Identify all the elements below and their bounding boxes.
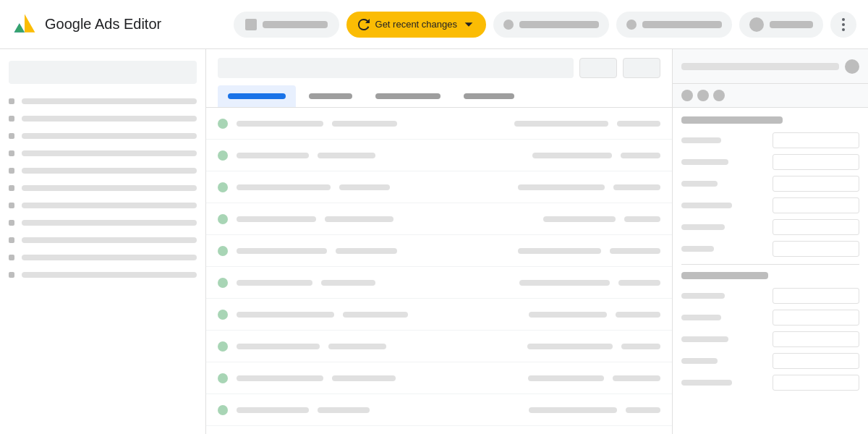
sidebar-item[interactable] — [0, 249, 205, 266]
row-col-type — [332, 121, 397, 127]
sidebar-item[interactable] — [0, 93, 205, 110]
rp-field — [681, 288, 859, 304]
table-row[interactable] — [206, 140, 672, 171]
main-content — [0, 49, 868, 434]
sidebar-item[interactable] — [0, 214, 205, 231]
header-controls: Get recent changes — [234, 12, 856, 38]
rp-section1-title — [681, 116, 783, 124]
user-menu[interactable] — [739, 12, 823, 38]
status-dot — [218, 310, 228, 320]
rp-field-label — [681, 159, 728, 165]
table-row[interactable] — [206, 203, 672, 235]
row-col-value — [610, 248, 660, 254]
table-row[interactable] — [206, 299, 672, 331]
sidebar-item-label — [22, 255, 197, 260]
row-col-value — [613, 375, 660, 381]
row-col-name — [237, 216, 316, 222]
rp-field — [681, 375, 859, 391]
rp-field-input[interactable] — [773, 219, 859, 235]
campaign-text — [519, 21, 599, 28]
close-panel-button[interactable] — [845, 59, 859, 74]
center-title-bar — [218, 58, 574, 78]
rp-field-input[interactable] — [773, 154, 859, 170]
sidebar-item-label — [22, 272, 197, 278]
table-row[interactable] — [206, 235, 672, 267]
rp-field-input[interactable] — [773, 132, 859, 148]
rp-icon-2[interactable] — [697, 90, 709, 101]
rp-field-label — [681, 224, 725, 230]
sidebar-item[interactable] — [0, 162, 205, 179]
campaign-selector[interactable] — [493, 12, 609, 38]
row-col-value — [613, 184, 660, 190]
sidebar-item-icon — [9, 237, 14, 243]
rp-field-input[interactable] — [773, 310, 859, 326]
row-col-value — [617, 121, 660, 127]
table-row[interactable] — [206, 394, 672, 426]
user-name-text — [770, 21, 813, 28]
right-panel — [673, 49, 868, 434]
sidebar-item-label — [22, 98, 197, 104]
table-row[interactable] — [206, 171, 672, 203]
sidebar-item[interactable] — [0, 197, 205, 214]
rp-field-label — [681, 181, 718, 187]
account-selector[interactable] — [234, 12, 339, 38]
row-col-name — [237, 153, 309, 158]
sidebar-item[interactable] — [0, 127, 205, 145]
rp-field — [681, 310, 859, 326]
avatar — [749, 17, 764, 32]
sidebar-item[interactable] — [0, 145, 205, 162]
table-row[interactable] — [206, 362, 672, 394]
tab-label — [309, 93, 352, 99]
rp-field-label — [681, 137, 721, 143]
rp-field-input[interactable] — [773, 288, 859, 304]
row-col-name — [237, 407, 309, 413]
refresh-icon — [358, 19, 370, 30]
rp-field-label — [681, 380, 732, 386]
sidebar-item[interactable] — [0, 110, 205, 127]
rp-field-label — [681, 315, 721, 320]
tab-item[interactable] — [218, 85, 296, 107]
table-row[interactable] — [206, 331, 672, 362]
row-col-type — [328, 344, 386, 349]
settings-selector[interactable] — [616, 12, 732, 38]
row-col-value — [624, 216, 660, 222]
row-col-status — [527, 344, 613, 349]
table-row[interactable] — [206, 267, 672, 299]
sidebar-item-icon — [9, 272, 14, 278]
edit-button[interactable] — [579, 58, 617, 78]
row-col-type — [332, 375, 396, 381]
center-tabs — [218, 85, 660, 107]
row-col-status — [543, 216, 616, 222]
rp-field-input[interactable] — [773, 375, 859, 391]
tab-item[interactable] — [365, 85, 451, 107]
get-recent-label: Get recent changes — [375, 19, 457, 30]
status-dot — [218, 278, 228, 288]
rp-field — [681, 197, 859, 213]
rp-icon-1[interactable] — [681, 90, 693, 101]
tab-item[interactable] — [454, 85, 524, 107]
rp-icon-3[interactable] — [713, 90, 725, 101]
sidebar-item-icon — [9, 255, 14, 260]
rp-field — [681, 154, 859, 170]
rp-field-label — [681, 336, 728, 342]
sidebar-item[interactable] — [0, 231, 205, 249]
sidebar-item-label — [22, 150, 197, 156]
more-options-button[interactable] — [830, 12, 856, 38]
table-row[interactable] — [206, 108, 672, 140]
sidebar-item[interactable] — [0, 266, 205, 284]
right-panel-header — [673, 49, 868, 84]
rp-field-input[interactable] — [773, 331, 859, 347]
rp-field — [681, 331, 859, 347]
sidebar-item[interactable] — [0, 179, 205, 197]
rp-field-input[interactable] — [773, 241, 859, 257]
rp-field-input[interactable] — [773, 197, 859, 213]
rp-field-input[interactable] — [773, 176, 859, 192]
status-dot — [218, 405, 228, 415]
sidebar-item-icon — [9, 185, 14, 191]
sidebar-item-icon — [9, 168, 14, 174]
row-col-status — [532, 153, 612, 158]
view-button[interactable] — [623, 58, 660, 78]
get-recent-changes-button[interactable]: Get recent changes — [346, 12, 486, 38]
rp-field-input[interactable] — [773, 353, 859, 369]
tab-item[interactable] — [299, 85, 362, 107]
